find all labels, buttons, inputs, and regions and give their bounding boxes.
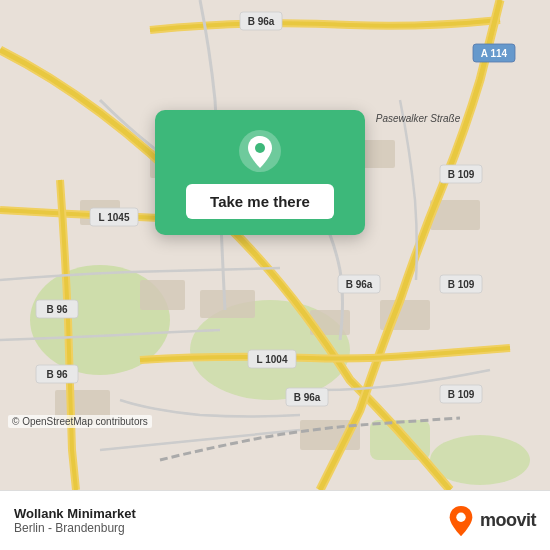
- svg-rect-6: [200, 290, 255, 318]
- map-attribution: © OpenStreetMap contributors: [8, 415, 152, 428]
- svg-point-42: [456, 512, 465, 521]
- svg-text:B 96a: B 96a: [248, 16, 275, 27]
- svg-text:B 109: B 109: [448, 389, 475, 400]
- moovit-logo: moovit: [447, 504, 536, 538]
- svg-text:L 1045: L 1045: [99, 212, 130, 223]
- map-container: B 96a A 114 B 109 B 109 B 109 B 96a B 96…: [0, 0, 550, 490]
- svg-text:L 1004: L 1004: [257, 354, 288, 365]
- svg-text:B 109: B 109: [448, 279, 475, 290]
- location-region: Berlin - Brandenburg: [14, 521, 136, 535]
- svg-text:B 96: B 96: [46, 304, 68, 315]
- moovit-marker-icon: [447, 504, 475, 538]
- location-info: Wollank Minimarket Berlin - Brandenburg: [14, 506, 136, 535]
- location-popup: Take me there: [155, 110, 365, 235]
- location-pin-icon: [237, 128, 283, 174]
- svg-rect-5: [140, 280, 185, 310]
- svg-point-41: [255, 143, 265, 153]
- take-me-there-button[interactable]: Take me there: [186, 184, 334, 219]
- bottom-bar: Wollank Minimarket Berlin - Brandenburg …: [0, 490, 550, 550]
- svg-text:Pasewalker Straße: Pasewalker Straße: [376, 113, 461, 124]
- svg-text:B 109: B 109: [448, 169, 475, 180]
- svg-text:B 96: B 96: [46, 369, 68, 380]
- location-name: Wollank Minimarket: [14, 506, 136, 521]
- moovit-brand-text: moovit: [480, 510, 536, 531]
- svg-text:A 114: A 114: [481, 48, 508, 59]
- svg-text:B 96a: B 96a: [346, 279, 373, 290]
- attribution-text: © OpenStreetMap contributors: [12, 416, 148, 427]
- svg-text:B 96a: B 96a: [294, 392, 321, 403]
